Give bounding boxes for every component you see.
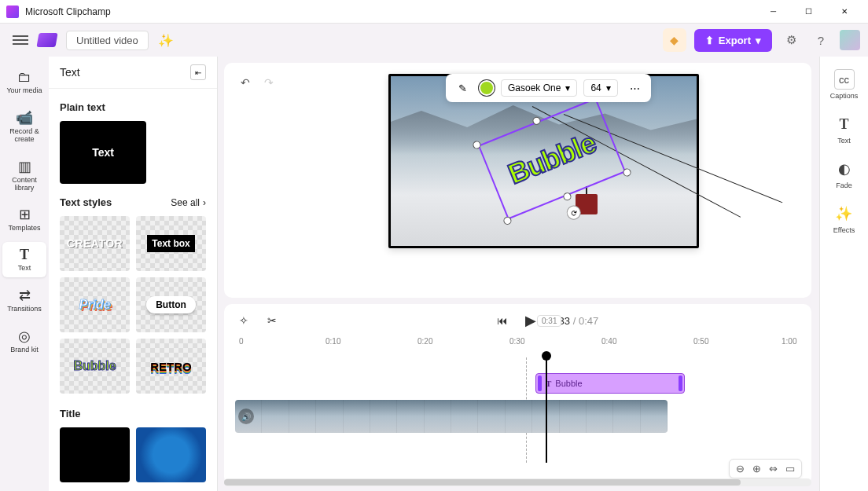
templates-icon: ⊞ [19,206,31,223]
right-nav: ccCaptions TText ◐Fade ✨Effects [819,57,868,491]
color-picker[interactable] [479,80,495,96]
split-button[interactable]: ✂ [263,312,281,329]
nav-brand-kit[interactable]: ◎Brand kit [2,323,46,359]
captions-icon: cc [834,69,855,90]
effects-icon: ✨ [833,203,854,224]
style-tile-textbox[interactable]: Text box [136,216,206,271]
fit-button[interactable]: ⇔ [769,463,778,475]
chevron-down-icon: ▾ [606,82,611,93]
close-button[interactable]: ✕ [826,1,862,23]
plain-text-heading: Plain text [60,101,206,113]
minimize-button[interactable]: ─ [756,1,791,23]
canvas-text-content: Bubble [464,83,641,234]
timeline-scrollbar[interactable] [224,478,811,486]
main-toolbar: Untitled video ✨ ◆ ⬆ Export ▾ ⚙ ? [0,24,868,57]
nav-record[interactable]: 📹Record & create [2,104,46,148]
rnav-text[interactable]: TText [834,114,855,145]
logo-icon [36,33,57,47]
transitions-icon: ⇄ [19,287,31,304]
timeline-ruler[interactable]: 0 0:10 0:20 0:30 0:40 0:50 1:00 0:31 [235,334,800,353]
title-bar: Microsoft Clipchamp ─ ☐ ✕ [0,0,868,24]
brandkit-icon: ◎ [18,328,31,345]
title-tile-1[interactable] [60,427,130,482]
rnav-captions[interactable]: ccCaptions [830,69,859,100]
help-icon[interactable]: ? [810,29,832,51]
profile-avatar[interactable] [840,30,860,50]
preview-card: ↶ ↷ ✎ Gasoek One▾ 64▾ ⋯ [224,63,811,298]
left-nav: 🗀Your media 📹Record & create ▥Content li… [0,57,49,491]
style-tile-bubble[interactable]: Bubble [60,339,130,394]
plain-text-tile[interactable]: Text [60,121,146,184]
video-title-input[interactable]: Untitled video [66,31,149,50]
timeline-tracks[interactable]: T Bubble 🔊 [235,357,800,478]
library-icon: ▥ [18,158,31,175]
style-tile-creator[interactable]: CREATOR [60,216,130,271]
see-all-link[interactable]: See all › [171,197,206,208]
nav-content-library[interactable]: ▥Content library [2,153,46,197]
nav-templates[interactable]: ⊞Templates [2,201,46,237]
side-panel: Text ⇤ Plain text Text Text styles See a… [49,57,218,491]
maximize-button[interactable]: ☐ [791,1,826,23]
text-icon: T [834,114,855,134]
title-tile-2[interactable] [136,427,206,482]
redo-button[interactable]: ↷ [260,74,278,91]
text-element[interactable]: Bubble ⟳ [464,83,641,234]
auto-compose-button[interactable]: ✧ [235,312,252,329]
record-icon: 📹 [16,109,33,126]
zoom-preset-button[interactable]: ▭ [785,463,795,475]
chevron-down-icon: ▾ [565,82,570,93]
timeline-card: ✧ ✂ ⏮ ▶ 0:33 / 0:47 0 0:10 0:20 0:30 0:4… [224,304,811,485]
chevron-right-icon: › [203,197,206,208]
text-icon: T [20,247,29,263]
style-tile-retro[interactable]: RETRO [136,339,206,394]
menu-button[interactable] [13,33,28,47]
font-select[interactable]: Gasoek One▾ [501,79,577,97]
settings-icon[interactable]: ⚙ [780,29,802,51]
speaker-icon[interactable]: 🔊 [238,409,254,424]
text-clip[interactable]: T Bubble [535,373,685,394]
panel-title: Text [60,66,80,79]
skip-start-button[interactable]: ⏮ [494,312,511,329]
folder-icon: 🗀 [17,69,31,86]
video-preview[interactable]: ✎ Gasoek One▾ 64▾ ⋯ Bubble [388,74,699,248]
premium-icon[interactable]: ◆ [663,28,686,52]
chevron-down-icon: ▾ [756,35,761,46]
export-button[interactable]: ⬆ Export ▾ [694,29,772,52]
playhead-time-badge: 0:31 [537,315,561,327]
video-clip[interactable]: 🔊 [235,400,668,433]
rnav-fade[interactable]: ◐Fade [834,159,855,189]
collapse-panel-button[interactable]: ⇤ [190,64,206,80]
font-size-select[interactable]: 64▾ [583,79,618,97]
text-edit-toolbar: ✎ Gasoek One▾ 64▾ ⋯ [446,74,651,102]
style-tile-button[interactable]: Button [136,277,206,332]
app-title: Microsoft Clipchamp [25,6,111,17]
zoom-in-button[interactable]: ⊕ [752,463,761,475]
style-tile-pride[interactable]: Pride [60,277,130,332]
zoom-controls: ⊖ ⊕ ⇔ ▭ [729,459,802,478]
rnav-effects[interactable]: ✨Effects [833,203,855,234]
export-label: Export [719,35,751,46]
edit-text-button[interactable]: ✎ [452,78,473,98]
playhead[interactable] [546,357,547,463]
fade-icon: ◐ [834,159,855,179]
nav-your-media[interactable]: 🗀Your media [2,64,46,100]
text-styles-heading: Text styles [60,196,112,208]
app-icon [6,5,19,18]
ai-wand-icon[interactable]: ✨ [158,33,174,48]
nav-transitions[interactable]: ⇄Transitions [2,282,46,318]
undo-button[interactable]: ↶ [237,74,254,91]
zoom-out-button[interactable]: ⊖ [736,463,745,475]
more-options-button[interactable]: ⋯ [624,78,645,98]
title-section-heading: Title [60,408,206,420]
nav-text[interactable]: TText [2,242,46,277]
upload-icon: ⬆ [705,35,714,46]
